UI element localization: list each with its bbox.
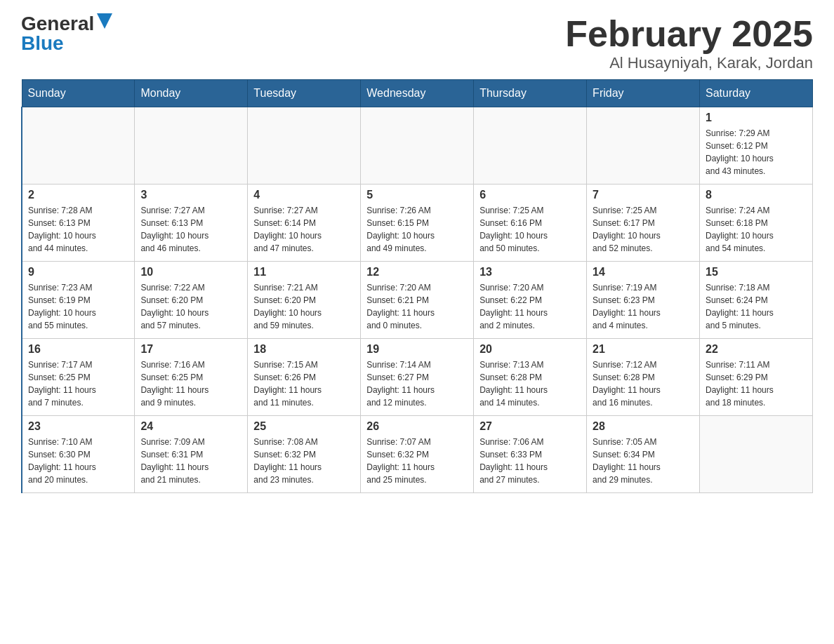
- day-number: 20: [479, 343, 581, 356]
- day-number: 12: [366, 266, 468, 279]
- day-number: 19: [366, 343, 468, 356]
- calendar-day-cell: 14Sunrise: 7:19 AMSunset: 6:23 PMDayligh…: [587, 262, 700, 339]
- weekday-header: Thursday: [474, 80, 587, 107]
- day-info: Sunrise: 7:20 AMSunset: 6:21 PMDaylight:…: [366, 281, 468, 332]
- day-info: Sunrise: 7:24 AMSunset: 6:18 PMDaylight:…: [706, 204, 807, 255]
- calendar-day-cell: 27Sunrise: 7:06 AMSunset: 6:33 PMDayligh…: [474, 416, 587, 493]
- day-info: Sunrise: 7:25 AMSunset: 6:17 PMDaylight:…: [593, 204, 694, 255]
- weekday-header: Monday: [135, 80, 248, 107]
- calendar-table: SundayMondayTuesdayWednesdayThursdayFrid…: [21, 79, 813, 493]
- day-number: 10: [140, 266, 241, 279]
- day-number: 24: [140, 420, 241, 433]
- day-number: 27: [479, 420, 581, 433]
- calendar-day-cell: [248, 107, 361, 185]
- day-number: 23: [28, 420, 128, 433]
- month-title: February 2025: [565, 14, 813, 54]
- day-info: Sunrise: 7:12 AMSunset: 6:28 PMDaylight:…: [593, 358, 694, 409]
- calendar-day-cell: 23Sunrise: 7:10 AMSunset: 6:30 PMDayligh…: [22, 416, 135, 493]
- day-number: 17: [140, 343, 241, 356]
- day-info: Sunrise: 7:05 AMSunset: 6:34 PMDaylight:…: [593, 436, 694, 486]
- day-number: 5: [366, 189, 468, 201]
- calendar-week-row: 1Sunrise: 7:29 AMSunset: 6:12 PMDaylight…: [22, 107, 813, 185]
- calendar-day-cell: [587, 107, 700, 185]
- calendar-day-cell: 1Sunrise: 7:29 AMSunset: 6:12 PMDaylight…: [700, 107, 813, 185]
- day-number: 16: [28, 343, 128, 356]
- day-info: Sunrise: 7:17 AMSunset: 6:25 PMDaylight:…: [28, 358, 128, 409]
- calendar-day-cell: [700, 416, 813, 493]
- calendar-day-cell: 19Sunrise: 7:14 AMSunset: 6:27 PMDayligh…: [361, 339, 474, 416]
- day-number: 14: [593, 266, 694, 279]
- calendar-day-cell: 24Sunrise: 7:09 AMSunset: 6:31 PMDayligh…: [135, 416, 248, 493]
- logo-blue-text: Blue: [21, 34, 64, 53]
- day-info: Sunrise: 7:28 AMSunset: 6:13 PMDaylight:…: [28, 204, 128, 255]
- day-number: 4: [253, 189, 355, 201]
- calendar-week-row: 16Sunrise: 7:17 AMSunset: 6:25 PMDayligh…: [22, 339, 813, 416]
- day-info: Sunrise: 7:29 AMSunset: 6:12 PMDaylight:…: [706, 127, 807, 177]
- day-info: Sunrise: 7:22 AMSunset: 6:20 PMDaylight:…: [140, 281, 241, 332]
- calendar-day-cell: 22Sunrise: 7:11 AMSunset: 6:29 PMDayligh…: [700, 339, 813, 416]
- day-number: 2: [28, 189, 128, 201]
- calendar-day-cell: [474, 107, 587, 185]
- day-number: 1: [706, 112, 807, 124]
- weekday-header: Wednesday: [361, 80, 474, 107]
- day-info: Sunrise: 7:16 AMSunset: 6:25 PMDaylight:…: [140, 358, 241, 409]
- weekday-header: Sunday: [22, 80, 135, 107]
- calendar-day-cell: 3Sunrise: 7:27 AMSunset: 6:13 PMDaylight…: [135, 185, 248, 262]
- day-info: Sunrise: 7:06 AMSunset: 6:33 PMDaylight:…: [479, 436, 581, 486]
- weekday-row: SundayMondayTuesdayWednesdayThursdayFrid…: [22, 80, 813, 107]
- day-number: 11: [253, 266, 355, 279]
- calendar-day-cell: 21Sunrise: 7:12 AMSunset: 6:28 PMDayligh…: [587, 339, 700, 416]
- day-info: Sunrise: 7:19 AMSunset: 6:23 PMDaylight:…: [593, 281, 694, 332]
- calendar-day-cell: 5Sunrise: 7:26 AMSunset: 6:15 PMDaylight…: [361, 185, 474, 262]
- calendar-day-cell: 17Sunrise: 7:16 AMSunset: 6:25 PMDayligh…: [135, 339, 248, 416]
- day-info: Sunrise: 7:10 AMSunset: 6:30 PMDaylight:…: [28, 436, 128, 486]
- day-number: 3: [140, 189, 241, 201]
- day-number: 6: [479, 189, 581, 201]
- day-number: 18: [253, 343, 355, 356]
- title-block: February 2025 Al Husayniyah, Karak, Jord…: [565, 14, 813, 72]
- day-number: 8: [706, 189, 807, 201]
- day-number: 28: [593, 420, 694, 433]
- calendar-day-cell: 4Sunrise: 7:27 AMSunset: 6:14 PMDaylight…: [248, 185, 361, 262]
- calendar-header: SundayMondayTuesdayWednesdayThursdayFrid…: [22, 80, 813, 107]
- calendar-day-cell: [135, 107, 248, 185]
- calendar-week-row: 23Sunrise: 7:10 AMSunset: 6:30 PMDayligh…: [22, 416, 813, 493]
- day-info: Sunrise: 7:23 AMSunset: 6:19 PMDaylight:…: [28, 281, 128, 332]
- logo-general-text: General: [21, 14, 94, 34]
- calendar-day-cell: 11Sunrise: 7:21 AMSunset: 6:20 PMDayligh…: [248, 262, 361, 339]
- location: Al Husayniyah, Karak, Jordan: [565, 54, 813, 72]
- calendar-body: 1Sunrise: 7:29 AMSunset: 6:12 PMDaylight…: [22, 107, 813, 493]
- logo-triangle-icon: [97, 13, 112, 29]
- day-info: Sunrise: 7:14 AMSunset: 6:27 PMDaylight:…: [366, 358, 468, 409]
- calendar-day-cell: 28Sunrise: 7:05 AMSunset: 6:34 PMDayligh…: [587, 416, 700, 493]
- day-number: 13: [479, 266, 581, 279]
- day-number: 15: [706, 266, 807, 279]
- day-number: 7: [593, 189, 694, 201]
- calendar-day-cell: 7Sunrise: 7:25 AMSunset: 6:17 PMDaylight…: [587, 185, 700, 262]
- calendar-day-cell: 18Sunrise: 7:15 AMSunset: 6:26 PMDayligh…: [248, 339, 361, 416]
- page-header: General Blue February 2025 Al Husayniyah…: [21, 14, 813, 72]
- calendar-day-cell: 10Sunrise: 7:22 AMSunset: 6:20 PMDayligh…: [135, 262, 248, 339]
- calendar-day-cell: 13Sunrise: 7:20 AMSunset: 6:22 PMDayligh…: [474, 262, 587, 339]
- day-info: Sunrise: 7:18 AMSunset: 6:24 PMDaylight:…: [706, 281, 807, 332]
- calendar-day-cell: 6Sunrise: 7:25 AMSunset: 6:16 PMDaylight…: [474, 185, 587, 262]
- day-info: Sunrise: 7:27 AMSunset: 6:14 PMDaylight:…: [253, 204, 355, 255]
- calendar-week-row: 9Sunrise: 7:23 AMSunset: 6:19 PMDaylight…: [22, 262, 813, 339]
- day-info: Sunrise: 7:07 AMSunset: 6:32 PMDaylight:…: [366, 436, 468, 486]
- calendar-day-cell: [361, 107, 474, 185]
- day-info: Sunrise: 7:26 AMSunset: 6:15 PMDaylight:…: [366, 204, 468, 255]
- day-info: Sunrise: 7:20 AMSunset: 6:22 PMDaylight:…: [479, 281, 581, 332]
- calendar-day-cell: 9Sunrise: 7:23 AMSunset: 6:19 PMDaylight…: [22, 262, 135, 339]
- calendar-day-cell: 2Sunrise: 7:28 AMSunset: 6:13 PMDaylight…: [22, 185, 135, 262]
- weekday-header: Tuesday: [248, 80, 361, 107]
- day-info: Sunrise: 7:15 AMSunset: 6:26 PMDaylight:…: [253, 358, 355, 409]
- calendar-day-cell: 16Sunrise: 7:17 AMSunset: 6:25 PMDayligh…: [22, 339, 135, 416]
- day-number: 26: [366, 420, 468, 433]
- logo: General Blue: [21, 14, 112, 53]
- calendar-day-cell: 12Sunrise: 7:20 AMSunset: 6:21 PMDayligh…: [361, 262, 474, 339]
- day-number: 22: [706, 343, 807, 356]
- weekday-header: Friday: [587, 80, 700, 107]
- day-info: Sunrise: 7:08 AMSunset: 6:32 PMDaylight:…: [253, 436, 355, 486]
- day-info: Sunrise: 7:21 AMSunset: 6:20 PMDaylight:…: [253, 281, 355, 332]
- day-number: 21: [593, 343, 694, 356]
